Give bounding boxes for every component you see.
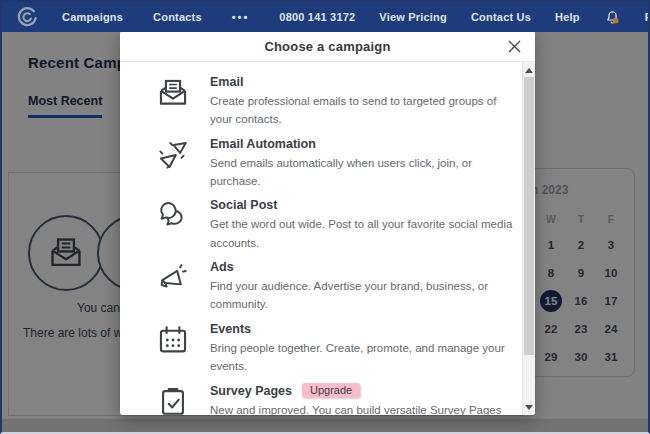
campaign-option-social-post[interactable]: Social Post Get the word out wide. Post …: [156, 198, 522, 251]
nav-contact-us[interactable]: Contact Us: [471, 11, 531, 23]
nav-view-pricing[interactable]: View Pricing: [379, 11, 447, 23]
option-description: Create professional emails to send to ta…: [210, 95, 496, 125]
modal-title: Choose a campaign: [264, 39, 390, 54]
campaign-option-email[interactable]: Email Create professional emails to send…: [156, 75, 522, 128]
email-icon: [156, 75, 194, 128]
nav-more-menu[interactable]: •••: [232, 11, 250, 23]
option-description: Find your audience. Advertise your brand…: [210, 280, 488, 310]
option-description: Bring people together. Create, promote, …: [210, 342, 505, 372]
campaign-option-events[interactable]: Events Bring people together. Create, pr…: [156, 322, 522, 375]
ads-icon: [156, 260, 194, 313]
email-automation-icon: [156, 137, 194, 190]
nav-phone-number: 0800 141 3172: [279, 11, 355, 23]
nav-campaigns[interactable]: Campaigns: [62, 11, 123, 23]
survey-pages-icon: [156, 383, 194, 415]
option-title: Events: [210, 322, 518, 336]
option-title: Social Post: [210, 198, 518, 212]
choose-campaign-modal: Choose a campaign: [120, 31, 535, 415]
upgrade-badge: Upgrade: [302, 383, 360, 398]
scroll-down-icon[interactable]: [523, 400, 535, 414]
user-name: Paul: [645, 11, 650, 23]
option-title: Ads: [210, 260, 518, 274]
option-description: Get the word out wide. Post to all your …: [210, 218, 512, 248]
top-nav: Campaigns Contacts ••• 0800 141 3172 Vie…: [2, 2, 648, 32]
modal-header: Choose a campaign: [120, 31, 535, 62]
option-description: Send emails automatically when users cli…: [210, 157, 472, 187]
campaign-option-ads[interactable]: Ads Find your audience. Advertise your b…: [156, 260, 522, 313]
constant-contact-logo-icon[interactable]: [16, 6, 38, 28]
campaign-type-list: Email Create professional emails to send…: [120, 62, 522, 415]
app-window: Campaigns Contacts ••• 0800 141 3172 Vie…: [0, 0, 650, 434]
campaign-option-email-automation[interactable]: Email Automation Send emails automatical…: [156, 137, 522, 190]
nav-contacts[interactable]: Contacts: [153, 11, 202, 23]
option-description: New and improved. You can build versatil…: [210, 404, 502, 415]
events-icon: [156, 322, 194, 375]
option-title: Email: [210, 75, 518, 89]
user-menu[interactable]: Paul: [645, 11, 650, 23]
nav-help[interactable]: Help: [555, 11, 580, 23]
notification-bell-icon[interactable]: [604, 9, 621, 26]
social-post-icon: [156, 198, 194, 251]
campaign-option-survey-pages[interactable]: Survey Pages Upgrade New and improved. Y…: [156, 383, 522, 415]
option-title: Survey Pages Upgrade: [210, 383, 518, 398]
option-title: Email Automation: [210, 137, 518, 151]
scroll-up-icon[interactable]: [523, 63, 535, 77]
close-icon[interactable]: [506, 38, 523, 55]
scrollbar-thumb[interactable]: [524, 77, 534, 355]
modal-scrollbar[interactable]: [522, 62, 535, 415]
